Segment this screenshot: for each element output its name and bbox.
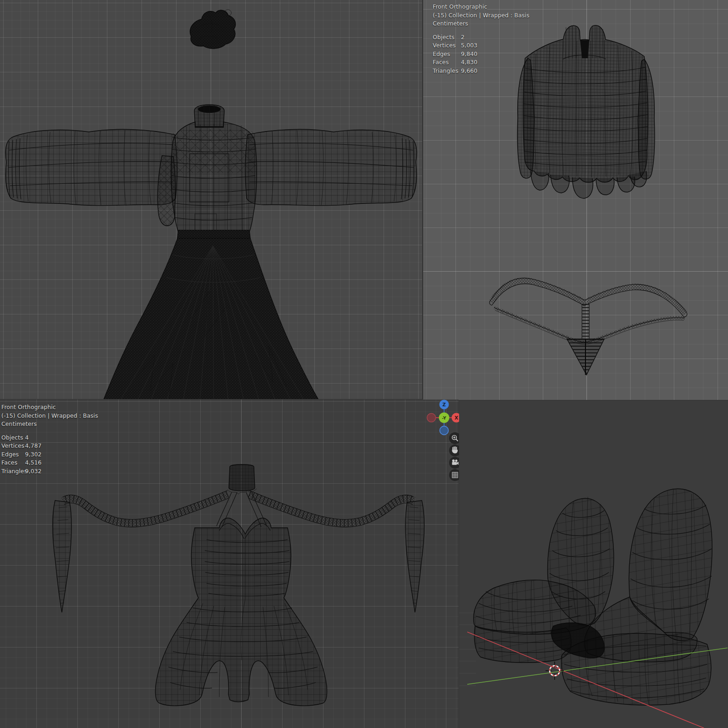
stat-row: Edges9,840 [433, 50, 530, 59]
stat-row: Faces4,516 [1, 459, 98, 467]
viewport-top-left-dress[interactable] [0, 0, 422, 399]
gizmo-axis-x-negative[interactable] [427, 414, 436, 422]
wireframe-romper-object[interactable] [53, 465, 424, 706]
wireframe-shoes-object[interactable] [474, 489, 712, 705]
blender-quadview-screenshot: Front Orthographic (-15) Collection | Wr… [0, 0, 728, 728]
stat-row: Triangles9,660 [433, 67, 530, 76]
shoe-left [474, 497, 614, 662]
wireframe-thong-object[interactable] [490, 278, 687, 375]
scene-statistics: Objects2 Vertices5,003 Edges9,840 Faces4… [433, 33, 530, 76]
viewport-top-right-jacket-thong[interactable]: Front Orthographic (-15) Collection | Wr… [423, 0, 728, 400]
romper-body [155, 518, 327, 706]
viewport-bottom-left-romper[interactable]: Z X -Y [0, 399, 459, 728]
edge-grid-ticks [459, 613, 476, 686]
svg-text:X: X [455, 415, 458, 420]
viewport-units-label: Centimeters [1, 420, 98, 429]
stat-row: Objects2 [433, 33, 530, 42]
svg-text:-Y: -Y [442, 415, 446, 420]
viewport-info-overlay: Front Orthographic (-15) Collection | Wr… [1, 403, 98, 475]
gizmo-axis-z-positive[interactable]: Z [440, 400, 449, 410]
viewport-collection-label: (-15) Collection | Wrapped : Basis [1, 412, 98, 420]
viewport-bottom-right-shoes[interactable] [459, 400, 728, 728]
viewport-collection-label: (-15) Collection | Wrapped : Basis [433, 11, 530, 20]
cursor-3d[interactable] [546, 662, 564, 680]
dress-collar [194, 105, 224, 127]
stat-row: Faces4,830 [433, 58, 530, 67]
stat-row: Edges9,302 [1, 450, 98, 459]
gizmo-axis-y-front[interactable]: -Y [439, 413, 450, 423]
stat-row: Triangles9,032 [1, 467, 98, 476]
viewport-view-label: Front Orthographic [1, 403, 98, 412]
wireframe-dress-and-scrunchie[interactable] [0, 0, 422, 399]
gizmo-axis-z-negative[interactable] [440, 426, 449, 435]
thong-front-panel [567, 339, 604, 375]
viewport-units-label: Centimeters [433, 20, 530, 28]
wireframe-shoes-scene[interactable] [459, 400, 728, 728]
stat-row: Vertices4,787 [1, 442, 98, 450]
scene-statistics: Objects4 Vertices4,787 Edges9,302 Faces4… [1, 434, 98, 476]
viewport-info-overlay: Front Orthographic (-15) Collection | Wr… [433, 3, 530, 75]
romper-choker [228, 465, 257, 494]
dress-bodice [171, 122, 257, 232]
orientation-gizmo[interactable]: Z X -Y [427, 400, 461, 435]
dress-skirt [92, 238, 335, 399]
svg-text:Z: Z [442, 402, 446, 407]
thong-center-strip [582, 304, 589, 339]
wireframe-jacket-object[interactable] [517, 25, 655, 198]
stat-row: Objects4 [1, 434, 98, 442]
stat-row: Vertices5,003 [433, 41, 530, 50]
viewport-view-label: Front Orthographic [433, 3, 530, 11]
wireframe-scrunchie-object[interactable] [190, 10, 236, 48]
wireframe-dress-object[interactable] [5, 105, 417, 399]
